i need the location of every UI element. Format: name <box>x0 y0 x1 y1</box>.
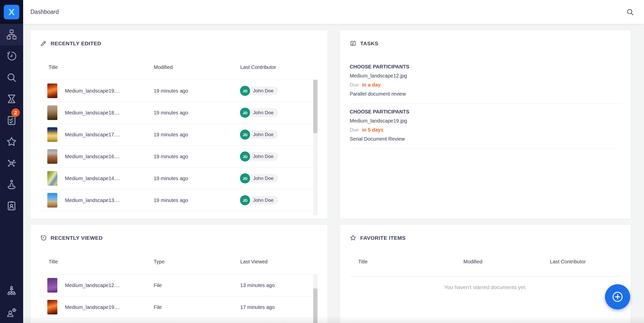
table-row[interactable]: Medium_landscape16.... 19 minutes ago JD… <box>40 146 318 168</box>
task-document: Medium_landscape12.jpg <box>350 71 621 80</box>
task-checklist-icon <box>350 40 356 47</box>
create-document-fab[interactable] <box>605 284 630 309</box>
sidebar-item-workflow[interactable] <box>0 88 23 109</box>
recently-edited-table: Medium_landscape19.... 19 minutes ago JD… <box>40 80 318 211</box>
task-item[interactable]: CHOOSE PARTICIPANTS Medium_landscape19.j… <box>350 104 621 149</box>
tasks-card: TASKS CHOOSE PARTICIPANTS Medium_landsca… <box>340 30 631 219</box>
dashboard-page: X <box>0 0 644 323</box>
task-description: Parallel document review <box>350 89 621 98</box>
sidebar-item-administration[interactable] <box>0 302 23 323</box>
task-name: CHOOSE PARTICIPANTS <box>350 62 621 71</box>
document-thumbnail <box>47 171 57 186</box>
document-thumbnail <box>47 127 57 142</box>
topbar-search-button[interactable] <box>626 8 634 16</box>
modified-cell: 19 minutes ago <box>154 197 240 203</box>
document-thumbnail <box>47 193 57 208</box>
task-name: CHOOSE PARTICIPANTS <box>350 107 621 116</box>
modified-cell: 19 minutes ago <box>154 88 240 94</box>
sidebar-item-favorites[interactable] <box>0 131 23 152</box>
org-chart-icon <box>6 285 17 297</box>
viewed-cell: 17 minutes ago <box>240 304 318 310</box>
sidebar-item-browse[interactable] <box>0 24 23 45</box>
sidebar-item-user-management[interactable] <box>0 280 23 302</box>
task-document: Medium_landscape19.jpg <box>350 116 621 125</box>
sidebar-item-profile[interactable] <box>0 195 23 216</box>
table-row[interactable]: Medium_landscape19.... 19 minutes ago JD… <box>40 80 318 102</box>
tasks-title: TASKS <box>350 40 378 47</box>
task-item[interactable]: CHOOSE PARTICIPANTS Medium_landscape12.j… <box>350 59 621 104</box>
task-description: Serial Document Review <box>350 134 621 143</box>
modified-cell: 19 minutes ago <box>154 176 240 181</box>
sidebar-item-personal-space[interactable] <box>0 174 23 195</box>
topbar: Dashboard <box>23 0 644 24</box>
avatar: JD <box>240 130 250 140</box>
modified-cell: 19 minutes ago <box>154 132 240 138</box>
favorites-empty-message: You haven't starred documents yet. <box>350 284 621 290</box>
column-header: Last Contributor <box>240 64 318 70</box>
contributor-chip: JDJohn Doe <box>240 130 278 139</box>
sidebar-nav-bottom <box>0 280 23 323</box>
task-list: CHOOSE PARTICIPANTS Medium_landscape12.j… <box>350 59 621 149</box>
document-thumbnail <box>47 105 57 120</box>
contributor-chip: JDJohn Doe <box>240 87 278 95</box>
avatar: JD <box>240 108 250 118</box>
search-icon <box>6 72 17 83</box>
recently-viewed-title: RECENTLY VIEWED <box>40 234 103 241</box>
scrollbar[interactable] <box>313 274 317 323</box>
document-title: Medium_landscape19.... <box>65 88 120 94</box>
favorite-items-title: FAVORITE ITEMS <box>350 234 406 241</box>
column-header: Type <box>154 259 240 265</box>
recently-edited-card: RECENTLY EDITED Title Modified Last Cont… <box>30 30 328 219</box>
modified-cell: 19 minutes ago <box>154 110 240 116</box>
document-title: Medium_landscape14.... <box>65 176 120 181</box>
history-icon <box>6 50 17 62</box>
sidebar-header: X <box>0 0 23 24</box>
sidebar-item-search[interactable] <box>0 67 23 88</box>
recently-viewed-header: Title Type Last Viewed <box>40 257 318 267</box>
app-logo-letter: X <box>8 8 15 16</box>
pencil-icon <box>40 40 47 47</box>
sidebar: X <box>0 0 23 323</box>
favorite-items-card: FAVORITE ITEMS Title Modified Last Contr… <box>340 225 631 323</box>
table-row[interactable]: Medium_landscape14.... 19 minutes ago JD… <box>40 168 318 189</box>
avatar: JD <box>240 173 250 183</box>
divider <box>350 276 621 276</box>
star-icon <box>350 234 356 241</box>
sidebar-item-recent-history[interactable] <box>0 45 23 67</box>
due-value: in 5 days <box>362 127 384 133</box>
type-cell: File <box>154 282 240 288</box>
scrollbar[interactable] <box>313 80 317 215</box>
table-row[interactable]: Medium_landscape17.... 19 minutes ago JD… <box>40 124 318 146</box>
document-title: Medium_landscape13.... <box>65 197 120 203</box>
sidebar-item-collections[interactable] <box>0 152 23 174</box>
task-due-line: Duein 5 days <box>350 125 621 134</box>
scrollbar-thumb[interactable] <box>313 80 317 133</box>
collections-icon <box>6 157 17 169</box>
due-value: in a day <box>362 82 381 88</box>
recently-edited-header: Title Modified Last Contributor <box>40 62 318 72</box>
task-due-line: Duein a day <box>350 80 621 89</box>
contributor-chip: JDJohn Doe <box>240 196 278 205</box>
table-row[interactable]: Medium_landscape19.... File 17 minutes a… <box>40 296 318 318</box>
user-settings-icon <box>6 307 17 318</box>
browse-tree-icon <box>6 29 17 41</box>
document-thumbnail <box>47 300 57 314</box>
viewed-cell: 13 minutes ago <box>240 282 318 288</box>
document-thumbnail <box>47 278 57 293</box>
table-row[interactable]: Medium_landscape12.... File 13 minutes a… <box>40 274 318 296</box>
sidebar-nav: 2 <box>0 24 23 216</box>
due-label: Due <box>350 127 359 133</box>
type-cell: File <box>154 304 240 310</box>
document-title: Medium_landscape19.... <box>65 304 120 310</box>
sidebar-item-tasks[interactable]: 2 <box>0 109 23 131</box>
table-row[interactable]: Medium_landscape13.... 19 minutes ago JD… <box>40 189 318 211</box>
scrollbar-thumb[interactable] <box>313 289 317 323</box>
app-logo[interactable]: X <box>4 5 19 19</box>
column-header: Title <box>350 259 463 265</box>
table-row[interactable]: Medium_landscape18.... 19 minutes ago JD… <box>40 102 318 124</box>
hourglass-icon <box>6 93 17 105</box>
contributor-chip: JDJohn Doe <box>240 108 278 117</box>
column-header: Title <box>40 64 154 70</box>
document-title: Medium_landscape16.... <box>65 154 120 159</box>
search-icon <box>626 8 634 16</box>
